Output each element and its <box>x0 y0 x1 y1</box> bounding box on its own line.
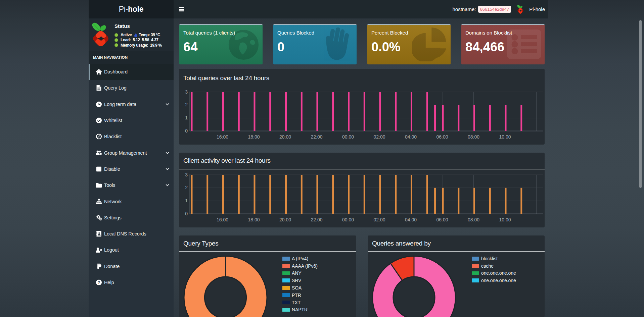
svg-text:06:00: 06:00 <box>436 134 448 140</box>
svg-text:18:00: 18:00 <box>248 134 260 140</box>
svg-text:18:00: 18:00 <box>248 217 260 222</box>
svg-text:16:00: 16:00 <box>217 217 228 222</box>
svg-text:3: 3 <box>185 89 188 95</box>
svg-text:22:00: 22:00 <box>311 217 322 222</box>
svg-text:0: 0 <box>185 128 188 134</box>
svg-text:00:00: 00:00 <box>342 217 354 222</box>
svg-text:1: 1 <box>185 198 188 203</box>
svg-text:22:00: 22:00 <box>311 134 322 140</box>
svg-text:06:00: 06:00 <box>436 217 448 222</box>
svg-text:3: 3 <box>185 172 188 177</box>
svg-text:16:00: 16:00 <box>217 134 228 140</box>
svg-text:02:00: 02:00 <box>373 134 385 140</box>
svg-text:00:00: 00:00 <box>342 134 354 140</box>
svg-text:?: ? <box>98 280 100 284</box>
svg-text:08:00: 08:00 <box>468 134 479 140</box>
svg-text:10:00: 10:00 <box>499 217 511 222</box>
svg-text:20:00: 20:00 <box>279 134 291 140</box>
svg-text:04:00: 04:00 <box>405 134 417 140</box>
svg-text:2: 2 <box>185 185 188 190</box>
svg-text:10:00: 10:00 <box>499 134 511 140</box>
svg-text:08:00: 08:00 <box>468 217 479 222</box>
svg-text:0: 0 <box>185 211 188 216</box>
svg-text:02:00: 02:00 <box>373 217 385 222</box>
svg-text:20:00: 20:00 <box>279 217 291 222</box>
svg-text:2: 2 <box>185 102 188 107</box>
svg-text:04:00: 04:00 <box>405 217 417 222</box>
svg-text:1: 1 <box>185 115 188 120</box>
